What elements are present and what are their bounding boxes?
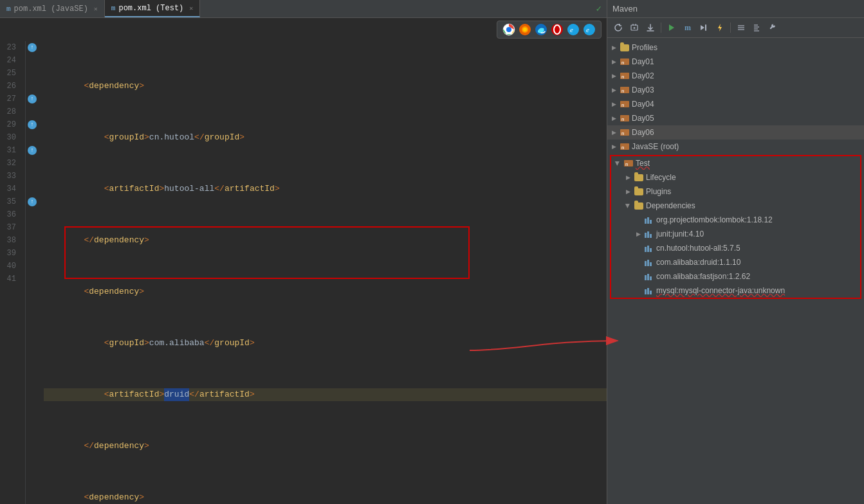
maven-cols2-btn[interactable]	[750, 21, 764, 35]
dep-hutool[interactable]: cn.hutool:hutool-all:5.7.5	[611, 241, 860, 255]
editor-checkmark: ✓	[596, 3, 602, 14]
maven-download-btn[interactable]	[643, 21, 657, 35]
dep-mysql-icon	[644, 285, 654, 296]
maven-lifecycle[interactable]: ▶ Lifecycle	[611, 170, 860, 184]
gutter-39	[26, 247, 39, 260]
maven-day06[interactable]: ▶ m Day06	[607, 125, 864, 140]
firefox-icon[interactable]	[519, 23, 531, 36]
plugins-arrow: ▶	[624, 188, 632, 195]
dep-lombok-icon	[644, 215, 654, 225]
maven-day01[interactable]: ▶ m Day01	[607, 55, 864, 69]
maven-run-btn[interactable]	[665, 21, 679, 35]
dep-fastjson-label: com.alibaba:fastjson:1.2.62	[656, 272, 750, 281]
maven-skip-btn[interactable]	[697, 21, 711, 35]
gutter-25	[26, 67, 39, 80]
svg-point-10	[584, 24, 595, 35]
m-icon-javase: m	[6, 5, 11, 13]
maven-javase[interactable]: ▶ m JavaSE (root)	[607, 140, 864, 154]
tab-javase[interactable]: m pom.xml (JavaSE) ✕	[0, 0, 105, 17]
run-icon-27[interactable]	[28, 94, 37, 104]
tab-test-label: pom.xml (Test)	[118, 4, 183, 13]
edge-icon[interactable]	[535, 23, 547, 36]
maven-bolt-btn[interactable]	[713, 21, 727, 35]
dep-junit-icon	[644, 229, 654, 239]
test-label: Test	[636, 159, 650, 168]
editor-gutter	[26, 41, 39, 504]
test-icon: m	[623, 158, 634, 168]
profiles-label: Profiles	[632, 43, 657, 52]
svg-text:m: m	[621, 117, 624, 122]
maven-cols1-btn[interactable]	[734, 21, 748, 35]
maven-refresh-btn[interactable]	[611, 21, 625, 35]
svg-text:m: m	[621, 89, 624, 94]
chrome-icon[interactable]	[502, 23, 515, 36]
code-lines[interactable]: <dependency> <groupId>cn.hutool</groupId…	[39, 41, 607, 504]
dep-mysql[interactable]: mysql:mysql-connector-java:unknown	[611, 284, 860, 298]
code-editor[interactable]: 23 24 25 26 27 28 29 30 31 32 33 34 35 3…	[0, 41, 607, 504]
svg-marker-22	[718, 24, 722, 32]
gutter-40	[26, 260, 39, 273]
maven-panel: Maven	[607, 0, 864, 504]
maven-profiles[interactable]: ▶ Profiles	[607, 40, 864, 55]
run-icon-29[interactable]	[28, 120, 37, 129]
dep-junit[interactable]: ▶ junit:junit:4.10	[611, 227, 860, 241]
maven-tree: ▶ Profiles ▶ m Day01 ▶ m Day02 ▶ m	[607, 38, 864, 504]
maven-header: Maven	[607, 0, 864, 18]
junit-arrow: ▶	[634, 230, 642, 238]
code-line-25: <artifactId>hutool-all</artifactId>	[44, 183, 607, 195]
run-icon-35[interactable]	[28, 197, 37, 206]
maven-day03[interactable]: ▶ m Day03	[607, 83, 864, 97]
tab-javase-close[interactable]: ✕	[94, 5, 98, 13]
svg-text:m: m	[621, 131, 624, 136]
maven-title: Maven	[612, 4, 638, 14]
ie-icon-2[interactable]: e	[583, 23, 596, 36]
maven-m-btn[interactable]: m	[681, 21, 695, 35]
dep-druid-label: com.alibaba:druid:1.1.10	[656, 258, 740, 267]
tab-test[interactable]: m pom.xml (Test) ✕	[105, 0, 200, 17]
run-icon-23[interactable]	[28, 43, 37, 52]
day01-label: Day01	[632, 57, 654, 66]
maven-dependencies[interactable]: ▶ Dependencies	[611, 199, 860, 213]
test-arrow: ▶	[614, 159, 621, 167]
gutter-32	[26, 157, 39, 170]
dependencies-label: Dependencies	[646, 201, 695, 210]
svg-point-4	[523, 28, 527, 32]
line-numbers: 23 24 25 26 27 28 29 30 31 32 33 34 35 3…	[0, 41, 26, 504]
code-line-30: </dependency>	[44, 440, 607, 453]
code-line-28: <groupId>com.alibaba</groupId>	[44, 337, 607, 350]
opera-icon[interactable]	[551, 23, 564, 36]
maven-plugins[interactable]: ▶ Plugins	[611, 184, 860, 199]
maven-day02[interactable]: ▶ m Day02	[607, 69, 864, 83]
gutter-37	[26, 221, 39, 234]
day02-arrow: ▶	[610, 72, 618, 80]
day02-icon: m	[620, 71, 630, 81]
dep-druid[interactable]: com.alibaba:druid:1.1.10	[611, 255, 860, 269]
lifecycle-icon	[634, 172, 644, 183]
svg-text:m: m	[621, 75, 624, 80]
dep-fastjson-icon	[644, 271, 654, 282]
dep-junit-label: junit:junit:4.10	[656, 230, 704, 239]
run-icon-31[interactable]	[28, 146, 37, 155]
ie-icon-1[interactable]: e	[567, 23, 580, 36]
day05-label: Day05	[632, 114, 654, 123]
maven-settings-btn[interactable]	[766, 21, 780, 35]
gutter-30	[26, 131, 39, 144]
gutter-24	[26, 54, 39, 67]
dep-lombok[interactable]: org.projectlombok:lombok:1.18.12	[611, 213, 860, 227]
maven-red-box: ▶ m Test ▶ Lifecycle ▶ Plugins	[610, 155, 861, 299]
dep-fastjson[interactable]: com.alibaba:fastjson:1.2.62	[611, 269, 860, 284]
maven-day04[interactable]: ▶ m Day04	[607, 97, 864, 111]
tab-test-close[interactable]: ✕	[189, 4, 193, 12]
day01-arrow: ▶	[610, 58, 618, 66]
dep-mysql-label: mysql:mysql-connector-java:unknown	[656, 286, 785, 295]
gutter-35	[26, 195, 39, 208]
plugins-label: Plugins	[646, 187, 671, 196]
maven-add-btn[interactable]	[627, 21, 641, 35]
maven-test[interactable]: ▶ m Test	[611, 156, 860, 170]
lifecycle-label: Lifecycle	[646, 173, 676, 182]
maven-day05[interactable]: ▶ m Day05	[607, 111, 864, 125]
dependencies-icon	[634, 201, 644, 211]
gutter-34	[26, 183, 39, 195]
dep-lombok-label: org.projectlombok:lombok:1.18.12	[656, 215, 773, 224]
day06-icon: m	[620, 127, 630, 138]
